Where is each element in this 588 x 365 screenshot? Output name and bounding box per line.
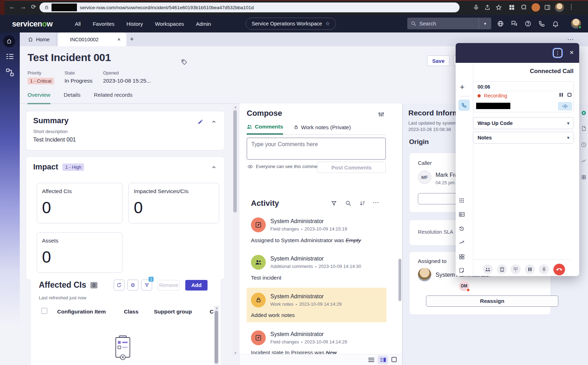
apps-grid-icon[interactable] xyxy=(459,254,464,259)
edit-pencil-icon[interactable] xyxy=(198,119,203,125)
activity-search-icon[interactable] xyxy=(345,200,352,207)
scroll-down-icon[interactable]: ▼ xyxy=(234,352,237,355)
notifications-bell-icon[interactable] xyxy=(552,20,559,27)
stop-recording-icon[interactable] xyxy=(567,92,572,97)
tab-home[interactable]: Home xyxy=(22,32,56,46)
dialpad-icon[interactable] xyxy=(459,198,464,203)
wrap-up-code-dropdown[interactable]: Wrap Up Code ▾ xyxy=(473,117,574,129)
reassign-button[interactable]: Reassign xyxy=(426,295,558,307)
entry-author[interactable]: System Administrator xyxy=(270,256,361,262)
browser-menu-kebab-icon[interactable]: ⋮ xyxy=(568,4,574,10)
phone-tab-active[interactable] xyxy=(458,100,470,111)
col-truncated[interactable]: C xyxy=(210,309,214,315)
collapse-chevron-icon[interactable] xyxy=(211,164,217,170)
help-icon[interactable] xyxy=(524,20,532,27)
activity-filter-icon[interactable] xyxy=(331,200,337,207)
tab-overview[interactable]: Overview xyxy=(28,92,50,104)
refresh-button[interactable] xyxy=(114,280,125,291)
entry-author[interactable]: System Administrator xyxy=(270,331,347,337)
list-view-icon[interactable] xyxy=(368,357,375,363)
nav-all[interactable]: All xyxy=(75,21,81,27)
search-scope-dropdown[interactable]: ▾ xyxy=(479,18,491,29)
settings-gear-button[interactable]: ⚙ xyxy=(127,280,138,291)
nav-admin[interactable]: Admin xyxy=(196,21,211,27)
phone-icon[interactable] xyxy=(538,20,545,27)
full-view-icon[interactable] xyxy=(391,357,397,363)
nav-history[interactable]: History xyxy=(126,21,143,27)
new-interaction-plus-icon[interactable]: + xyxy=(460,83,464,92)
filter-button[interactable]: 1 xyxy=(141,280,152,291)
tab-details[interactable]: Details xyxy=(64,92,80,104)
scroll-up-icon[interactable]: ▲ xyxy=(234,106,237,109)
contacts-icon[interactable] xyxy=(459,212,465,217)
user-avatar[interactable] xyxy=(571,19,581,29)
caller-avatar[interactable]: MF xyxy=(418,170,431,184)
nav-workspaces[interactable]: Workspaces xyxy=(155,21,184,27)
audio-waveform-button[interactable] xyxy=(558,102,572,110)
rail-workflow-icon[interactable] xyxy=(5,68,14,77)
tag-icon[interactable] xyxy=(181,59,188,66)
mic-icon[interactable] xyxy=(473,4,479,11)
forward-icon[interactable]: → xyxy=(20,4,26,10)
call-panel-close-icon[interactable]: ✕ xyxy=(569,49,574,56)
activity-scrollbar[interactable] xyxy=(398,259,401,301)
search-input[interactable] xyxy=(419,20,472,26)
keypad-button[interactable] xyxy=(511,264,521,274)
pause-recording-icon[interactable] xyxy=(559,92,563,97)
profile-avatar[interactable] xyxy=(532,3,540,12)
end-call-button[interactable] xyxy=(553,264,565,275)
tab-incident[interactable]: INC0010002 ✕ xyxy=(58,32,126,46)
comments-input[interactable] xyxy=(247,138,385,159)
col-class[interactable]: Class xyxy=(124,309,138,315)
notes-dropdown[interactable]: Notes ▾ xyxy=(473,132,574,144)
settings-sliders-icon[interactable] xyxy=(378,111,384,118)
entry-author[interactable]: System Administrator xyxy=(270,218,347,225)
right-rail-grid-icon[interactable] xyxy=(581,174,587,180)
remove-button[interactable]: Remove xyxy=(158,280,180,291)
agent-avatar[interactable]: DM xyxy=(459,281,469,291)
overview-scrollbar[interactable]: ▲ ▼ xyxy=(233,104,238,356)
rail-home-button[interactable] xyxy=(3,35,15,47)
col-configuration-item[interactable]: Configuration Item xyxy=(57,309,106,315)
share-icon[interactable] xyxy=(484,4,491,11)
hold-call-button[interactable] xyxy=(525,264,535,274)
save-button[interactable]: Save xyxy=(427,55,450,66)
right-rail-chart-icon[interactable] xyxy=(581,158,587,164)
chat-icon[interactable] xyxy=(511,20,518,27)
forward-device-button[interactable] xyxy=(497,264,507,274)
add-button[interactable]: Add xyxy=(185,280,208,291)
global-search[interactable]: ▾ xyxy=(407,18,491,29)
servicenow-logo[interactable]: servicenow xyxy=(12,19,53,29)
call-menu-kebab-icon[interactable]: ⋮ xyxy=(553,48,562,58)
stat-assets[interactable]: Assets 0 xyxy=(37,232,122,273)
stat-affected-cis[interactable]: Affected CIs 0 xyxy=(37,183,122,223)
right-rail-clock-icon[interactable] xyxy=(581,142,587,148)
select-all-checkbox[interactable] xyxy=(41,308,47,314)
history-icon[interactable] xyxy=(459,226,464,232)
browser-account-avatar[interactable] xyxy=(555,3,564,12)
post-comments-button[interactable]: Post Comments xyxy=(317,162,386,173)
notes-icon[interactable] xyxy=(459,268,464,273)
globe-icon[interactable] xyxy=(497,20,504,27)
right-rail-status-icon[interactable] xyxy=(581,110,587,116)
collapse-chevron-icon[interactable] xyxy=(211,119,217,125)
tab-related-records[interactable]: Related records xyxy=(94,92,132,104)
rail-list-icon[interactable] xyxy=(6,53,14,60)
workspace-pill[interactable]: Service Operations Workspace ☆ xyxy=(246,18,336,30)
right-rail-doc-icon[interactable] xyxy=(581,126,587,131)
activity-sort-icon[interactable] xyxy=(359,200,366,207)
short-description-value[interactable]: Test Incident 001 xyxy=(33,137,76,143)
address-bar[interactable]: service-now.com/now/sow/record/incident/… xyxy=(40,2,460,12)
bookmark-star-icon[interactable] xyxy=(496,4,502,11)
stat-impacted-services[interactable]: Impacted Services/CIs 0 xyxy=(128,183,219,223)
page-overflow-icon[interactable]: ⋯ xyxy=(567,35,574,43)
col-support-group[interactable]: Support group xyxy=(154,309,192,315)
new-tab-icon[interactable]: + xyxy=(130,35,134,43)
extensions-puzzle-icon[interactable] xyxy=(521,4,527,11)
nav-favorites[interactable]: Favorites xyxy=(93,21,115,27)
back-icon[interactable]: ← xyxy=(9,4,15,10)
favorite-star-icon[interactable]: ☆ xyxy=(325,20,330,27)
assigned-avatar[interactable] xyxy=(418,268,431,281)
table-scrollbar[interactable]: ▲ xyxy=(214,306,219,365)
analytics-icon[interactable] xyxy=(459,240,464,245)
